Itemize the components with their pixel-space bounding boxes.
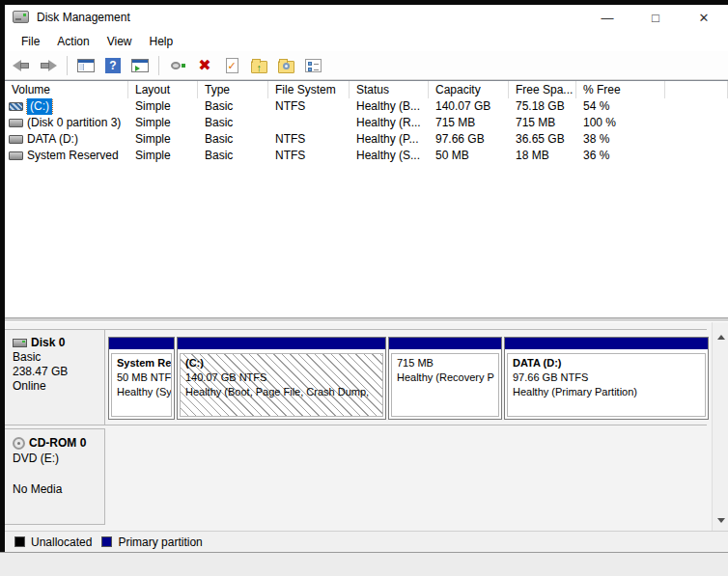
cell-status: Healthy (B...	[350, 98, 429, 115]
cell-free: 36.65 GB	[509, 131, 576, 148]
column-header-type[interactable]: Type	[198, 81, 268, 98]
cell-capacity: 715 MB	[429, 115, 509, 131]
scroll-up-icon[interactable]	[713, 329, 728, 345]
legend-unallocated: Unallocated	[14, 535, 92, 549]
vertical-scrollbar[interactable]	[712, 322, 728, 531]
graphical-view-pane: Disk 0 Basic 238.47 GB Online System Re …	[5, 322, 728, 531]
cell-free: 715 MB	[509, 115, 576, 131]
volume-list-header: Volume Layout Type File System Status Ca…	[5, 81, 728, 98]
cdrom-name: CD-ROM 0	[29, 435, 86, 451]
delete-volume-icon[interactable]: ✖	[194, 55, 215, 76]
partition-system-reserved[interactable]: System Re 50 MB NTF Healthy (Sy	[108, 337, 175, 420]
cell-status: Healthy (P...	[350, 131, 429, 148]
cell-fs	[268, 115, 350, 131]
volume-name: DATA (D:)	[27, 131, 78, 148]
cdrom-media: No Media	[13, 481, 104, 497]
volume-list: Volume Layout Type File System Status Ca…	[5, 80, 728, 317]
legend-label: Primary partition	[118, 535, 202, 549]
cell-pct: 38 %	[576, 131, 665, 148]
column-header-capacity[interactable]: Capacity	[429, 81, 509, 98]
partition-c[interactable]: (C:) 140.07 GB NTFS Healthy (Boot, Page …	[177, 337, 386, 420]
legend-label: Unallocated	[31, 535, 92, 549]
forward-icon[interactable]	[38, 55, 59, 76]
maximize-button[interactable]: □	[631, 5, 680, 31]
back-icon[interactable]	[11, 55, 32, 76]
cell-fs: NTFS	[268, 98, 350, 115]
volume-drive-icon	[9, 119, 23, 127]
volume-drive-icon	[9, 135, 23, 144]
mark-active-icon[interactable]	[221, 55, 242, 76]
menu-view[interactable]: View	[98, 33, 141, 50]
cell-type: Basic	[198, 148, 268, 164]
cell-layout: Simple	[128, 148, 198, 164]
partition-color-bar	[109, 338, 174, 349]
close-button[interactable]: ✕	[680, 5, 728, 31]
cell-pct: 100 %	[576, 115, 665, 131]
inspect-icon[interactable]	[167, 55, 188, 76]
disk0-info-panel[interactable]: Disk 0 Basic 238.47 GB Online	[5, 330, 105, 425]
partition-status: Healthy (Boot, Page File, Crash Dump,	[185, 385, 378, 399]
cell-pct: 36 %	[576, 148, 665, 164]
title-bar: Disk Management — □ ✕	[5, 5, 728, 31]
partition-title: System Re	[117, 356, 166, 370]
partition-status: Healthy (Sy	[117, 385, 166, 399]
show-action-pane-icon[interactable]	[129, 55, 151, 76]
disk0-status: Online	[13, 379, 104, 394]
column-header-layout[interactable]: Layout	[128, 81, 198, 98]
cdrom-info-panel[interactable]: CD-ROM 0 DVD (E:) No Media	[5, 428, 105, 525]
partition-recovery[interactable]: 715 MB Healthy (Recovery P	[388, 337, 502, 420]
menu-action[interactable]: Action	[48, 33, 98, 50]
partition-status: Healthy (Recovery P	[397, 370, 493, 385]
cell-fs: NTFS	[268, 148, 350, 164]
disk0-name: Disk 0	[31, 336, 65, 350]
app-drive-icon	[13, 11, 29, 23]
volume-name: System Reserved	[27, 148, 119, 164]
show-console-tree-icon[interactable]	[75, 55, 97, 76]
scroll-down-icon[interactable]	[713, 512, 728, 529]
table-row[interactable]: DATA (D:) Simple Basic NTFS Healthy (P..…	[5, 131, 728, 148]
table-row[interactable]: (Disk 0 partition 3) Simple Basic Health…	[5, 115, 728, 131]
column-header-pct-free[interactable]: % Free	[576, 81, 665, 98]
cell-layout: Simple	[128, 115, 198, 131]
table-row[interactable]: (C:) Simple Basic NTFS Healthy (B... 140…	[5, 98, 728, 115]
disk-management-window: Disk Management — □ ✕ File Action View H…	[5, 5, 728, 552]
menu-bar: File Action View Help	[5, 31, 728, 51]
cell-capacity: 97.66 GB	[429, 131, 509, 148]
menu-file[interactable]: File	[13, 33, 48, 50]
column-header-file-system[interactable]: File System	[268, 81, 350, 98]
toolbar-separator	[67, 56, 68, 75]
partition-color-bar	[505, 338, 708, 349]
cell-status: Healthy (S...	[350, 148, 429, 164]
primary-partition-swatch	[101, 536, 112, 547]
cell-free: 18 MB	[509, 148, 576, 164]
volume-drive-icon	[9, 151, 23, 160]
volume-name: (Disk 0 partition 3)	[27, 115, 121, 131]
explore-folder-icon[interactable]	[275, 55, 296, 76]
cell-pct: 54 %	[576, 98, 665, 115]
toolbar-separator	[158, 56, 159, 75]
cdrom-row: CD-ROM 0 DVD (E:) No Media	[5, 428, 707, 525]
cell-type: Basic	[198, 115, 268, 131]
cell-fs: NTFS	[268, 131, 350, 148]
table-row[interactable]: System Reserved Simple Basic NTFS Health…	[5, 148, 728, 164]
cdrom-drive: DVD (E:)	[13, 451, 104, 466]
partition-title: DATA (D:)	[513, 356, 700, 370]
legend-primary-partition: Primary partition	[101, 535, 202, 549]
help-icon[interactable]: ?	[102, 55, 124, 76]
column-header-empty	[665, 81, 728, 98]
partition-color-bar	[178, 338, 385, 349]
column-header-volume[interactable]: Volume	[5, 81, 128, 98]
disk0-row: Disk 0 Basic 238.47 GB Online System Re …	[5, 329, 707, 425]
partition-size: 50 MB NTF	[117, 370, 166, 385]
menu-help[interactable]: Help	[141, 33, 182, 50]
unallocated-swatch	[14, 536, 25, 547]
column-header-status[interactable]: Status	[350, 81, 429, 98]
partition-size: 140.07 GB NTFS	[185, 370, 378, 385]
cell-free: 75.18 GB	[509, 98, 576, 115]
minimize-button[interactable]: —	[583, 5, 631, 31]
column-header-free-space[interactable]: Free Spa...	[509, 81, 576, 98]
properties-list-icon[interactable]	[302, 55, 323, 76]
partition-data-d[interactable]: DATA (D:) 97.66 GB NTFS Healthy (Primary…	[504, 337, 709, 420]
cell-capacity: 50 MB	[429, 148, 509, 164]
open-folder-icon[interactable]: ↑	[248, 55, 269, 76]
